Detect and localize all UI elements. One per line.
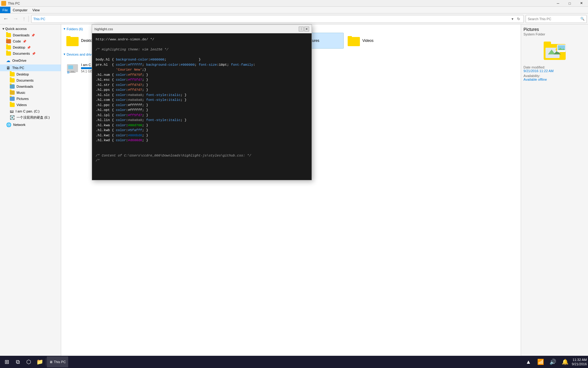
- avail-label-text: Availability:: [523, 74, 540, 78]
- taskbar-app-icon: 🖥: [49, 360, 53, 364]
- refresh-button[interactable]: ↻: [516, 16, 522, 22]
- code-folder-icon: [6, 39, 11, 43]
- folder-tile-label: Videos: [362, 39, 373, 43]
- folder-tile-icon: [66, 35, 79, 46]
- sidebar-item-desktop-quick[interactable]: Desktop 📌: [0, 44, 61, 50]
- sidebar-label: 一个没屁用的硬盘 (E:): [17, 115, 50, 120]
- modified-label: Date modified:: [523, 65, 586, 69]
- sidebar-item-desktop[interactable]: Desktop: [0, 71, 61, 77]
- right-panel-meta: Date modified: 9/21/2016 11:22 AM Availa…: [523, 65, 586, 81]
- sidebar-item-music[interactable]: Music: [0, 90, 61, 96]
- c-drive-icon: ⊞: [66, 62, 79, 74]
- folder-tile-videos[interactable]: Videos: [345, 33, 400, 49]
- search-box[interactable]: 🔍: [526, 15, 587, 23]
- code-line: .hl.esc { color:#ff5fd7; }: [96, 77, 308, 83]
- modal-options-button[interactable]: ⋮: [299, 27, 304, 31]
- code-line: [96, 143, 308, 148]
- folder-icon: [10, 72, 15, 76]
- sidebar-label: OneDrive: [12, 59, 26, 62]
- close-button[interactable]: ✕: [576, 0, 587, 7]
- sidebar-item-code[interactable]: Code 📌: [0, 38, 61, 44]
- menu-view[interactable]: View: [30, 7, 42, 13]
- sidebar-item-documents-quick[interactable]: Documents 📌: [0, 50, 61, 57]
- code-line: /* Highlighting theme: vim leo256 */: [96, 47, 308, 52]
- sidebar-label: Network: [13, 123, 25, 127]
- modified-label-text: Date modified:: [523, 65, 545, 69]
- sidebar-label: Desktop: [13, 46, 25, 49]
- sidebar-item-downloads-quick[interactable]: Downloads 📌: [0, 32, 61, 38]
- taskbar-right: ▲ 📶 🔊 🔔 11:32 AM 9/21/2016: [523, 356, 587, 367]
- title-bar-left: This PC: [1, 1, 20, 6]
- taskbar-tray-icons[interactable]: ▲: [523, 356, 534, 367]
- code-line: .hl.kwb { color:#5fafff; }: [96, 128, 308, 133]
- right-panel: Pictures System Folder Date modified:: [521, 24, 588, 359]
- avail-value: Available offline: [523, 78, 586, 81]
- address-bar[interactable]: This PC ▾ ↻: [31, 15, 524, 23]
- date-display: 9/21/2016: [572, 362, 587, 366]
- address-dropdown[interactable]: ▾: [509, 16, 516, 22]
- taskbar-notification[interactable]: 🔔: [560, 356, 571, 367]
- pin-icon: 📌: [31, 34, 35, 37]
- sidebar-item-downloads[interactable]: Downloads: [0, 83, 61, 90]
- menu-computer[interactable]: Computer: [10, 7, 30, 13]
- window-title: This PC: [8, 2, 20, 5]
- this-pc-icon: 🖥: [6, 65, 10, 70]
- network-icon: 🌐: [6, 122, 11, 127]
- svg-rect-1: [66, 36, 71, 39]
- sidebar-item-onedrive[interactable]: ☁ OneDrive: [0, 57, 61, 64]
- sidebar-item-e-drive[interactable]: 💽 一个没屁用的硬盘 (E:): [0, 114, 61, 121]
- code-line: .hl.ppc { color:#ffffff; }: [96, 103, 308, 108]
- sidebar-label: Code: [13, 39, 21, 43]
- sidebar-label: Downloads: [13, 33, 29, 37]
- sidebar-label: Documents: [13, 52, 30, 55]
- menu-file[interactable]: File: [0, 7, 10, 13]
- sidebar-item-network[interactable]: 🌐 Network: [0, 121, 61, 128]
- cortana-button[interactable]: ⬡: [23, 356, 34, 367]
- start-button[interactable]: ⊞: [1, 356, 12, 367]
- code-line: .hl.kwa { color:#00d700; }: [96, 123, 308, 128]
- right-panel-title: Pictures: [523, 27, 586, 32]
- title-bar: This PC ─ □ ✕: [0, 0, 588, 7]
- sidebar-item-pictures[interactable]: Pictures: [0, 96, 61, 102]
- sidebar-item-c-drive[interactable]: 🖴 I am C pan. (C:): [0, 108, 61, 114]
- task-view-button[interactable]: ⧉: [12, 356, 23, 367]
- taskbar-time: 11:32 AM 9/21/2016: [572, 358, 587, 366]
- sidebar-label: Downloads: [17, 85, 33, 88]
- code-line: .hl.opt { color:#ffffff; }: [96, 108, 308, 113]
- back-button[interactable]: ←: [1, 15, 10, 23]
- sidebar-label: Desktop: [17, 72, 29, 76]
- sidebar-item-videos[interactable]: Videos: [0, 102, 61, 108]
- quick-access-label: Quick access: [5, 27, 27, 31]
- this-pc-group: 🖥 This PC Desktop Documents Downloads Mu…: [0, 64, 61, 121]
- sidebar-item-documents[interactable]: Documents: [0, 77, 61, 83]
- sidebar-item-this-pc[interactable]: 🖥 This PC: [0, 64, 61, 71]
- sidebar: ▾ Quick access Downloads 📌 Code 📌 Deskto…: [0, 24, 61, 359]
- pictures-icon: [10, 97, 15, 101]
- taskbar-network[interactable]: 📶: [535, 356, 546, 367]
- up-button[interactable]: ↑: [21, 15, 27, 23]
- quick-access-header[interactable]: ▾ Quick access: [0, 26, 61, 32]
- taskbar-volume[interactable]: 🔊: [547, 356, 558, 367]
- folder-icon: [10, 103, 15, 107]
- modified-value: 9/21/2016 11:22 AM: [523, 69, 586, 73]
- forward-button[interactable]: →: [11, 15, 20, 23]
- sidebar-label: I am C pan. (C:): [16, 109, 39, 113]
- search-input[interactable]: [528, 17, 580, 21]
- folder-icon: [10, 78, 15, 83]
- modal-close-button[interactable]: ✕: [304, 27, 309, 31]
- file-explorer-button[interactable]: 📁: [34, 356, 45, 367]
- drive-e-icon: 💽: [10, 115, 15, 120]
- modal-title-bar: highlight.css ⋮ ✕: [92, 25, 312, 33]
- onedrive-icon: ☁: [6, 58, 10, 63]
- minimize-button[interactable]: ─: [553, 0, 564, 7]
- code-line: .hl.ipl { color:#ff5fd7; }: [96, 113, 308, 118]
- pin-icon: 📌: [23, 40, 26, 43]
- sidebar-label: This PC: [12, 66, 24, 70]
- taskbar-this-pc[interactable]: 🖥 This PC: [47, 356, 68, 367]
- quick-access-chevron: ▾: [2, 27, 4, 31]
- maximize-button[interactable]: □: [564, 0, 575, 7]
- code-line: .hl.slc { color:#a8a8a8; font-style:ital…: [96, 93, 308, 98]
- sidebar-label: Music: [17, 91, 25, 94]
- avail-label: Availability:: [523, 74, 586, 78]
- code-line: .hl.com { color:#a8a8a8; font-style:ital…: [96, 98, 308, 103]
